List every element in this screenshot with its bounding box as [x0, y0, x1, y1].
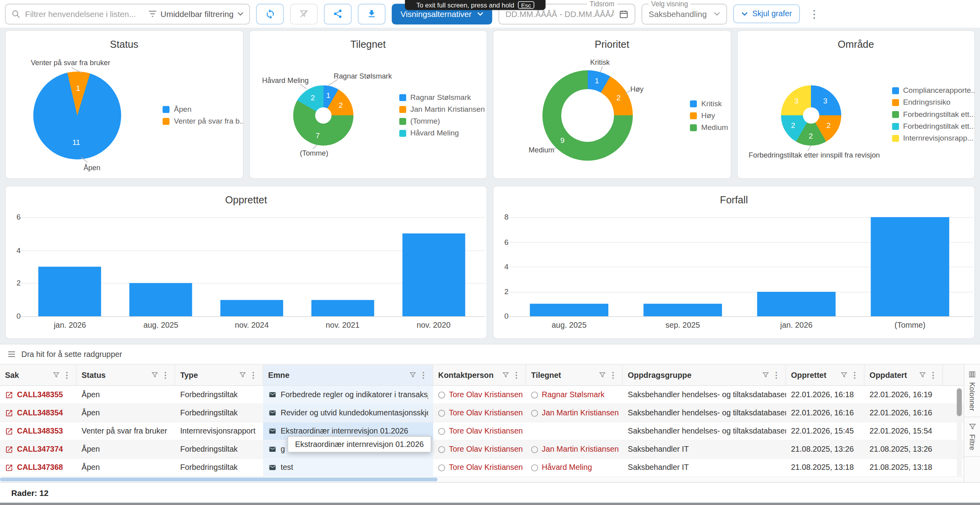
column-filter-icon[interactable]: [409, 372, 416, 378]
open-case-icon[interactable]: [5, 464, 13, 472]
column-header-status[interactable]: Status⋮: [77, 364, 175, 385]
legend-item[interactable]: Ragnar Stølsmark: [399, 93, 485, 101]
immediate-filter-dropdown[interactable]: Umiddelbar filtrering: [148, 9, 244, 19]
case-link[interactable]: CALL348353: [17, 427, 63, 436]
open-case-icon[interactable]: [5, 409, 13, 417]
column-menu-icon[interactable]: ⋮: [161, 370, 169, 380]
column-menu-icon[interactable]: ⋮: [851, 370, 859, 380]
search-input[interactable]: [25, 9, 144, 19]
vertical-scrollbar-thumb[interactable]: [957, 389, 962, 416]
table-row[interactable]: CALL347368ÅpenForbedringstiltaktestTore …: [0, 459, 964, 477]
column-filter-icon[interactable]: [151, 372, 158, 378]
bar[interactable]: [129, 283, 192, 316]
column-menu-icon[interactable]: ⋮: [929, 370, 937, 380]
case-link[interactable]: CALL348354: [17, 409, 63, 417]
legend-item[interactable]: Kritisk: [690, 99, 728, 108]
case-link[interactable]: CALL347368: [17, 463, 63, 472]
bar[interactable]: [38, 267, 101, 316]
person-link[interactable]: Ragnar Stølsmark: [542, 390, 605, 399]
vertical-scrollbar[interactable]: [957, 387, 962, 477]
column-menu-icon[interactable]: ⋮: [419, 370, 428, 380]
bar[interactable]: [311, 300, 374, 316]
forfall-bar-chart[interactable]: aug. 2025sep. 2025jan. 2026(Tomme): [512, 217, 967, 316]
column-filter-icon[interactable]: [239, 372, 246, 378]
column-menu-icon[interactable]: ⋮: [249, 370, 258, 380]
column-menu-icon[interactable]: ⋮: [63, 370, 71, 380]
horizontal-scrollbar-thumb[interactable]: [0, 478, 438, 482]
refresh-button[interactable]: [256, 4, 284, 24]
column-header-emne[interactable]: Emne⋮: [263, 364, 433, 385]
share-button[interactable]: [324, 4, 352, 24]
chart-title: Forfall: [493, 195, 974, 206]
column-filter-icon[interactable]: [841, 372, 847, 378]
calendar-icon[interactable]: [619, 9, 628, 19]
column-header-oppdragsgruppe[interactable]: Oppdragsgruppe⋮: [623, 364, 786, 385]
download-button[interactable]: [358, 4, 386, 24]
column-header-tilegnet[interactable]: Tilegnet⋮: [526, 364, 623, 385]
column-filter-icon[interactable]: [919, 372, 926, 378]
person-link[interactable]: Tore Olav Kristiansen: [449, 427, 523, 436]
hide-graphs-button[interactable]: Skjul grafer: [734, 4, 800, 23]
bar[interactable]: [871, 217, 949, 316]
legend-item[interactable]: Venter på svar fra b...: [163, 117, 243, 126]
legend-item[interactable]: Håvard Meling: [399, 129, 485, 137]
column-filter-icon[interactable]: [599, 372, 606, 378]
view-select[interactable]: Velg visning Saksbehandling: [642, 4, 727, 24]
row-group-bar[interactable]: Dra hit for å sette radgrupper: [0, 345, 980, 365]
prioritet-donut-chart[interactable]: 129: [542, 70, 633, 161]
clear-filter-button[interactable]: [290, 4, 318, 24]
bar[interactable]: [403, 234, 465, 316]
person-link[interactable]: Tore Olav Kristiansen: [449, 390, 523, 399]
open-case-icon[interactable]: [5, 390, 13, 399]
column-menu-icon[interactable]: ⋮: [772, 370, 781, 380]
column-header-kontaktperson[interactable]: Kontaktperson⋮: [433, 364, 526, 385]
tab-kolonner[interactable]: Kolonner: [964, 364, 980, 417]
status-pie-chart[interactable]: 111: [33, 71, 121, 160]
column-label: Type: [180, 371, 237, 379]
legend-item[interactable]: Compliancerapporte...: [892, 86, 975, 95]
horizontal-scrollbar[interactable]: [0, 477, 964, 482]
tilegnet-pie-chart[interactable]: 1272: [293, 85, 353, 146]
legend-item[interactable]: Endringsrisiko: [892, 98, 975, 107]
case-link[interactable]: CALL347374: [17, 445, 63, 454]
case-link[interactable]: CALL348355: [17, 390, 63, 399]
table-row[interactable]: CALL347374ÅpenForbedringstiltakgTore Ola…: [0, 441, 964, 459]
legend-item[interactable]: Medium: [690, 123, 728, 132]
legend-item[interactable]: (Tomme): [399, 117, 485, 126]
person-link[interactable]: Håvard Meling: [542, 463, 592, 472]
legend-item[interactable]: Forbedringstiltak ett...: [892, 122, 975, 130]
bar[interactable]: [220, 300, 283, 316]
column-menu-icon[interactable]: ⋮: [512, 370, 521, 380]
column-filter-icon[interactable]: [502, 372, 509, 378]
column-header-oppdatert[interactable]: Oppdatert⋮: [865, 364, 943, 385]
column-header-sak[interactable]: Sak⋮: [0, 364, 77, 385]
open-case-icon[interactable]: [5, 445, 13, 454]
table-row[interactable]: CALL348353Venter på svar fra brukerInter…: [0, 422, 964, 441]
person-link[interactable]: Jan Martin Kristiansen: [542, 409, 619, 417]
legend-item[interactable]: Forbedringstiltak ett...: [892, 110, 975, 118]
omrade-pie-chart[interactable]: 32223: [781, 85, 841, 146]
table-row[interactable]: CALL348354ÅpenForbedringstiltakRevider o…: [0, 404, 964, 422]
open-case-icon[interactable]: [5, 427, 13, 436]
column-filter-icon[interactable]: [53, 372, 60, 378]
date-range-input[interactable]: [506, 9, 614, 19]
legend-item[interactable]: Åpen: [163, 105, 243, 113]
column-menu-icon[interactable]: ⋮: [609, 370, 617, 380]
person-link[interactable]: Tore Olav Kristiansen: [449, 445, 523, 454]
tab-filtre[interactable]: Filtre: [964, 417, 980, 456]
legend-item[interactable]: Internrevisjonsrapp...: [892, 134, 975, 143]
column-header-type[interactable]: Type⋮: [175, 364, 263, 385]
opprettet-bar-chart[interactable]: jan. 2026aug. 2025nov. 2024nov. 2021nov.…: [24, 217, 479, 316]
person-link[interactable]: Jan Martin Kristiansen: [542, 445, 619, 454]
person-link[interactable]: Tore Olav Kristiansen: [449, 409, 523, 417]
table-row[interactable]: CALL348355ÅpenForbedringstiltakForbedred…: [0, 386, 964, 404]
column-header-opprettet[interactable]: Opprettet⋮: [786, 364, 865, 385]
person-link[interactable]: Tore Olav Kristiansen: [449, 463, 523, 472]
bar[interactable]: [757, 291, 836, 316]
toolbar-kebab-menu[interactable]: ⋮: [806, 7, 822, 20]
bar[interactable]: [643, 304, 722, 316]
legend-item[interactable]: Jan Martin Kristiansen: [399, 105, 485, 113]
legend-item[interactable]: Høy: [690, 111, 728, 120]
bar[interactable]: [530, 304, 608, 316]
column-filter-icon[interactable]: [762, 372, 769, 378]
